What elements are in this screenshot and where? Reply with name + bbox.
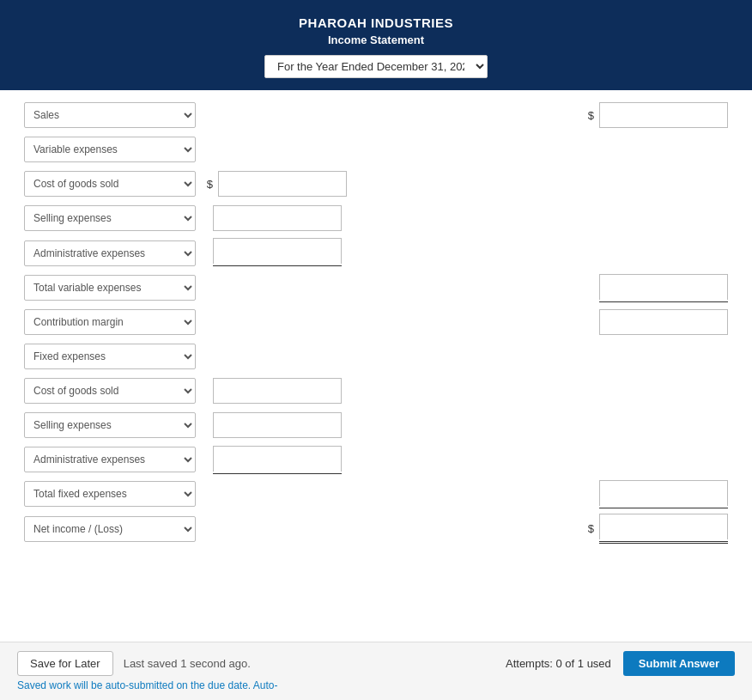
cogs-fixed-dropdown[interactable]: Cost of goods sold Sales Variable expens… [24, 378, 196, 404]
total-variable-input[interactable] [599, 274, 728, 300]
sales-dropdown[interactable]: Sales Variable expenses Cost of goods so… [24, 102, 196, 128]
fixed-expenses-dropdown[interactable]: Fixed expenses Sales Variable expenses C… [24, 344, 196, 369]
footer-auto-save: Saved work will be auto-submitted on the… [17, 679, 735, 691]
admin-variable-dropdown[interactable]: Administrative expenses Sales Variable e… [24, 240, 196, 266]
footer-row1: Save for Later Last saved 1 second ago. … [17, 651, 735, 676]
footer: Save for Later Last saved 1 second ago. … [0, 642, 752, 700]
report-header: PHAROAH INDUSTRIES Income Statement For … [0, 0, 752, 90]
total-fixed-row: Total fixed expenses Sales Variable expe… [24, 479, 728, 508]
net-income-input[interactable] [599, 514, 728, 539]
cogs-variable-label-col[interactable]: Cost of goods sold Sales Variable expens… [24, 171, 196, 197]
cogs-fixed-row: Cost of goods sold Sales Variable expens… [24, 376, 728, 405]
submit-answer-button[interactable]: Submit Answer [623, 651, 735, 676]
total-fixed-input[interactable] [599, 480, 728, 506]
total-variable-underline [599, 274, 728, 302]
cogs-fixed-label-col[interactable]: Cost of goods sold Sales Variable expens… [24, 378, 196, 404]
total-variable-dropdown[interactable]: Total variable expenses Sales Variable e… [24, 275, 196, 301]
footer-left: Save for Later Last saved 1 second ago. [17, 651, 251, 676]
cogs-variable-row: Cost of goods sold Sales Variable expens… [24, 169, 728, 198]
total-fixed-underline [599, 480, 728, 508]
net-income-double-underline [599, 514, 728, 544]
contribution-margin-dropdown[interactable]: Contribution margin Sales Variable expen… [24, 309, 196, 335]
period-select[interactable]: For the Year Ended December 31, 2022 For… [264, 55, 488, 78]
total-fixed-label-col[interactable]: Total fixed expenses Sales Variable expe… [24, 481, 196, 507]
saved-message: Last saved 1 second ago. [124, 657, 251, 670]
selling-fixed-label-col[interactable]: Selling expenses Sales Variable expenses… [24, 412, 196, 438]
attempts-text: Attempts: 0 of 1 used [506, 657, 611, 670]
sales-input[interactable] [599, 102, 728, 128]
total-variable-row: Total variable expenses Sales Variable e… [24, 273, 728, 302]
total-fixed-dropdown[interactable]: Total fixed expenses Sales Variable expe… [24, 481, 196, 507]
selling-variable-label-col[interactable]: Selling expenses Sales Variable expenses… [24, 205, 196, 231]
net-income-row: Net income / (Loss) Sales Variable expen… [24, 514, 728, 544]
total-variable-label-col[interactable]: Total variable expenses Sales Variable e… [24, 275, 196, 301]
contribution-margin-label-col[interactable]: Contribution margin Sales Variable expen… [24, 309, 196, 335]
admin-fixed-row: Administrative expenses Sales Variable e… [24, 445, 728, 474]
admin-variable-underline [213, 238, 342, 266]
footer-right: Attempts: 0 of 1 used Submit Answer [506, 651, 735, 676]
selling-variable-row: Selling expenses Sales Variable expenses… [24, 204, 728, 233]
selling-fixed-row: Selling expenses Sales Variable expenses… [24, 411, 728, 440]
sales-label-col[interactable]: Sales Variable expenses Cost of goods so… [24, 102, 196, 128]
selling-fixed-dropdown[interactable]: Selling expenses Sales Variable expenses… [24, 412, 196, 438]
sales-dollar: $ [582, 109, 594, 122]
variable-expenses-row: Variable expenses Sales Cost of goods so… [24, 135, 728, 164]
save-later-button[interactable]: Save for Later [17, 651, 113, 676]
admin-variable-row: Administrative expenses Sales Variable e… [24, 238, 728, 268]
net-income-dropdown[interactable]: Net income / (Loss) Sales Variable expen… [24, 516, 196, 542]
cogs-variable-input[interactable] [218, 171, 347, 197]
admin-variable-label-col[interactable]: Administrative expenses Sales Variable e… [24, 240, 196, 266]
net-income-label-col[interactable]: Net income / (Loss) Sales Variable expen… [24, 516, 196, 542]
contribution-margin-input[interactable] [599, 309, 728, 335]
admin-fixed-underline [213, 446, 342, 474]
selling-variable-dropdown[interactable]: Selling expenses Sales Variable expenses… [24, 205, 196, 231]
sales-row: Sales Variable expenses Cost of goods so… [24, 100, 728, 130]
variable-expenses-label-col[interactable]: Variable expenses Sales Cost of goods so… [24, 137, 196, 162]
selling-fixed-input[interactable] [213, 412, 342, 438]
admin-fixed-dropdown[interactable]: Administrative expenses Sales Variable e… [24, 447, 196, 472]
contribution-margin-row: Contribution margin Sales Variable expen… [24, 307, 728, 337]
cogs-variable-dollar: $ [201, 178, 213, 191]
variable-expenses-dropdown[interactable]: Variable expenses Sales Cost of goods so… [24, 137, 196, 162]
cogs-variable-dropdown[interactable]: Cost of goods sold Sales Variable expens… [24, 171, 196, 197]
income-statement-form: Sales Variable expenses Cost of goods so… [0, 90, 752, 559]
admin-variable-input[interactable] [213, 238, 342, 264]
net-income-dollar: $ [582, 522, 594, 535]
admin-fixed-input[interactable] [213, 446, 342, 472]
fixed-expenses-row: Fixed expenses Sales Variable expenses C… [24, 342, 728, 371]
fixed-expenses-label-col[interactable]: Fixed expenses Sales Variable expenses C… [24, 344, 196, 369]
statement-name: Income Statement [17, 33, 735, 46]
company-name: PHAROAH INDUSTRIES [17, 15, 735, 30]
selling-variable-input[interactable] [213, 205, 342, 231]
cogs-fixed-input[interactable] [213, 378, 342, 404]
admin-fixed-label-col[interactable]: Administrative expenses Sales Variable e… [24, 447, 196, 472]
